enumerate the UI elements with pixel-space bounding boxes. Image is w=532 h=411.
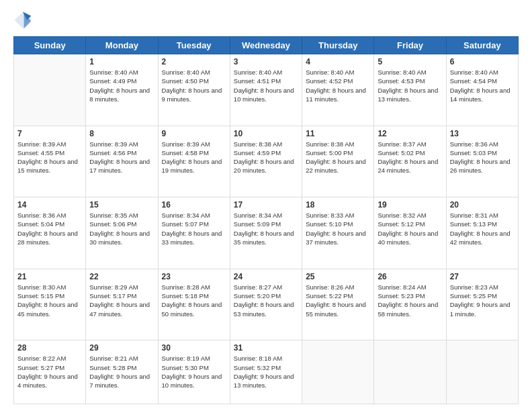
logo [13, 11, 34, 30]
day-info: Sunrise: 8:36 AMSunset: 5:03 PMDaylight:… [450, 140, 515, 175]
day-number: 3 [234, 57, 298, 66]
calendar-cell [374, 340, 446, 404]
day-number: 2 [162, 57, 226, 66]
day-info: Sunrise: 8:40 AMSunset: 4:50 PMDaylight:… [162, 68, 226, 103]
day-number: 5 [378, 57, 442, 66]
day-info: Sunrise: 8:33 AMSunset: 5:10 PMDaylight:… [306, 211, 370, 246]
calendar-cell: 5Sunrise: 8:40 AMSunset: 4:53 PMDaylight… [374, 54, 446, 126]
calendar-table: SundayMondayTuesdayWednesdayThursdayFrid… [13, 36, 519, 404]
day-info: Sunrise: 8:24 AMSunset: 5:23 PMDaylight:… [378, 283, 442, 318]
day-info: Sunrise: 8:36 AMSunset: 5:04 PMDaylight:… [17, 211, 82, 246]
day-info: Sunrise: 8:40 AMSunset: 4:51 PMDaylight:… [234, 68, 298, 103]
day-number: 14 [17, 200, 82, 210]
day-info: Sunrise: 8:31 AMSunset: 5:13 PMDaylight:… [450, 211, 515, 246]
calendar-cell: 16Sunrise: 8:34 AMSunset: 5:07 PMDayligh… [158, 197, 230, 269]
calendar-cell: 4Sunrise: 8:40 AMSunset: 4:52 PMDaylight… [302, 54, 374, 126]
calendar-cell: 9Sunrise: 8:39 AMSunset: 4:58 PMDaylight… [158, 126, 230, 197]
day-header-tuesday: Tuesday [158, 37, 230, 54]
day-number: 10 [234, 129, 298, 138]
calendar-cell: 18Sunrise: 8:33 AMSunset: 5:10 PMDayligh… [302, 197, 374, 269]
day-info: Sunrise: 8:32 AMSunset: 5:12 PMDaylight:… [378, 211, 442, 246]
day-info: Sunrise: 8:28 AMSunset: 5:18 PMDaylight:… [162, 283, 226, 318]
day-info: Sunrise: 8:27 AMSunset: 5:20 PMDaylight:… [234, 283, 298, 318]
day-number: 16 [162, 200, 226, 210]
day-header-wednesday: Wednesday [230, 37, 302, 54]
calendar-cell: 11Sunrise: 8:38 AMSunset: 5:00 PMDayligh… [302, 126, 374, 197]
calendar-cell: 19Sunrise: 8:32 AMSunset: 5:12 PMDayligh… [374, 197, 446, 269]
day-number: 12 [378, 129, 442, 138]
calendar-cell: 28Sunrise: 8:22 AMSunset: 5:27 PMDayligh… [14, 340, 86, 404]
day-number: 23 [162, 272, 226, 281]
page: SundayMondayTuesdayWednesdayThursdayFrid… [0, 0, 532, 411]
calendar-cell: 2Sunrise: 8:40 AMSunset: 4:50 PMDaylight… [158, 54, 230, 126]
day-info: Sunrise: 8:37 AMSunset: 5:02 PMDaylight:… [378, 140, 442, 175]
day-number: 20 [450, 200, 515, 210]
day-number: 1 [89, 57, 154, 66]
day-info: Sunrise: 8:19 AMSunset: 5:30 PMDaylight:… [162, 354, 226, 390]
calendar-cell: 23Sunrise: 8:28 AMSunset: 5:18 PMDayligh… [158, 269, 230, 340]
day-number: 7 [17, 129, 82, 138]
calendar-cell: 13Sunrise: 8:36 AMSunset: 5:03 PMDayligh… [446, 126, 518, 197]
day-header-thursday: Thursday [302, 37, 374, 54]
calendar-cell: 6Sunrise: 8:40 AMSunset: 4:54 PMDaylight… [446, 54, 518, 126]
day-header-saturday: Saturday [446, 37, 518, 54]
day-number: 29 [89, 343, 154, 353]
calendar-cell [14, 54, 86, 126]
day-header-friday: Friday [374, 37, 446, 54]
calendar-cell: 12Sunrise: 8:37 AMSunset: 5:02 PMDayligh… [374, 126, 446, 197]
day-number: 18 [306, 200, 370, 210]
calendar-cell: 17Sunrise: 8:34 AMSunset: 5:09 PMDayligh… [230, 197, 302, 269]
day-number: 13 [450, 129, 515, 138]
calendar-week-5: 28Sunrise: 8:22 AMSunset: 5:27 PMDayligh… [14, 340, 519, 404]
header [13, 11, 519, 30]
calendar-cell: 24Sunrise: 8:27 AMSunset: 5:20 PMDayligh… [230, 269, 302, 340]
calendar-cell: 27Sunrise: 8:23 AMSunset: 5:25 PMDayligh… [446, 269, 518, 340]
day-info: Sunrise: 8:23 AMSunset: 5:25 PMDaylight:… [450, 283, 515, 318]
day-info: Sunrise: 8:39 AMSunset: 4:56 PMDaylight:… [89, 140, 154, 175]
day-number: 11 [306, 129, 370, 138]
calendar-cell: 20Sunrise: 8:31 AMSunset: 5:13 PMDayligh… [446, 197, 518, 269]
day-number: 17 [234, 200, 298, 210]
day-info: Sunrise: 8:34 AMSunset: 5:09 PMDaylight:… [234, 211, 298, 246]
day-info: Sunrise: 8:35 AMSunset: 5:06 PMDaylight:… [89, 211, 154, 246]
day-info: Sunrise: 8:30 AMSunset: 5:15 PMDaylight:… [17, 283, 82, 318]
day-number: 22 [89, 272, 154, 281]
day-info: Sunrise: 8:18 AMSunset: 5:32 PMDaylight:… [234, 354, 298, 390]
calendar-cell: 26Sunrise: 8:24 AMSunset: 5:23 PMDayligh… [374, 269, 446, 340]
calendar-cell: 14Sunrise: 8:36 AMSunset: 5:04 PMDayligh… [14, 197, 86, 269]
calendar-cell: 31Sunrise: 8:18 AMSunset: 5:32 PMDayligh… [230, 340, 302, 404]
day-number: 9 [162, 129, 226, 138]
calendar-week-3: 14Sunrise: 8:36 AMSunset: 5:04 PMDayligh… [14, 197, 519, 269]
day-number: 30 [162, 343, 226, 353]
calendar-cell: 29Sunrise: 8:21 AMSunset: 5:28 PMDayligh… [86, 340, 158, 404]
calendar-cell: 25Sunrise: 8:26 AMSunset: 5:22 PMDayligh… [302, 269, 374, 340]
day-info: Sunrise: 8:34 AMSunset: 5:07 PMDaylight:… [162, 211, 226, 246]
day-info: Sunrise: 8:40 AMSunset: 4:52 PMDaylight:… [306, 68, 370, 103]
day-info: Sunrise: 8:39 AMSunset: 4:55 PMDaylight:… [17, 140, 82, 175]
calendar-cell: 30Sunrise: 8:19 AMSunset: 5:30 PMDayligh… [158, 340, 230, 404]
day-info: Sunrise: 8:40 AMSunset: 4:54 PMDaylight:… [450, 68, 515, 103]
calendar-cell: 10Sunrise: 8:38 AMSunset: 4:59 PMDayligh… [230, 126, 302, 197]
day-number: 27 [450, 272, 515, 281]
day-number: 24 [234, 272, 298, 281]
day-number: 25 [306, 272, 370, 281]
day-number: 31 [234, 343, 298, 353]
day-info: Sunrise: 8:40 AMSunset: 4:49 PMDaylight:… [89, 68, 154, 103]
day-info: Sunrise: 8:38 AMSunset: 4:59 PMDaylight:… [234, 140, 298, 175]
calendar-cell: 1Sunrise: 8:40 AMSunset: 4:49 PMDaylight… [86, 54, 158, 126]
calendar-cell: 3Sunrise: 8:40 AMSunset: 4:51 PMDaylight… [230, 54, 302, 126]
calendar-cell: 7Sunrise: 8:39 AMSunset: 4:55 PMDaylight… [14, 126, 86, 197]
calendar-cell: 22Sunrise: 8:29 AMSunset: 5:17 PMDayligh… [86, 269, 158, 340]
day-info: Sunrise: 8:29 AMSunset: 5:17 PMDaylight:… [89, 283, 154, 318]
day-number: 8 [89, 129, 154, 138]
calendar-cell: 8Sunrise: 8:39 AMSunset: 4:56 PMDaylight… [86, 126, 158, 197]
day-number: 26 [378, 272, 442, 281]
day-info: Sunrise: 8:26 AMSunset: 5:22 PMDaylight:… [306, 283, 370, 318]
calendar-week-1: 1Sunrise: 8:40 AMSunset: 4:49 PMDaylight… [14, 54, 519, 126]
day-number: 4 [306, 57, 370, 66]
calendar-week-4: 21Sunrise: 8:30 AMSunset: 5:15 PMDayligh… [14, 269, 519, 340]
day-info: Sunrise: 8:38 AMSunset: 5:00 PMDaylight:… [306, 140, 370, 175]
day-header-sunday: Sunday [14, 37, 86, 54]
day-number: 28 [17, 343, 82, 353]
day-info: Sunrise: 8:22 AMSunset: 5:27 PMDaylight:… [17, 354, 82, 390]
